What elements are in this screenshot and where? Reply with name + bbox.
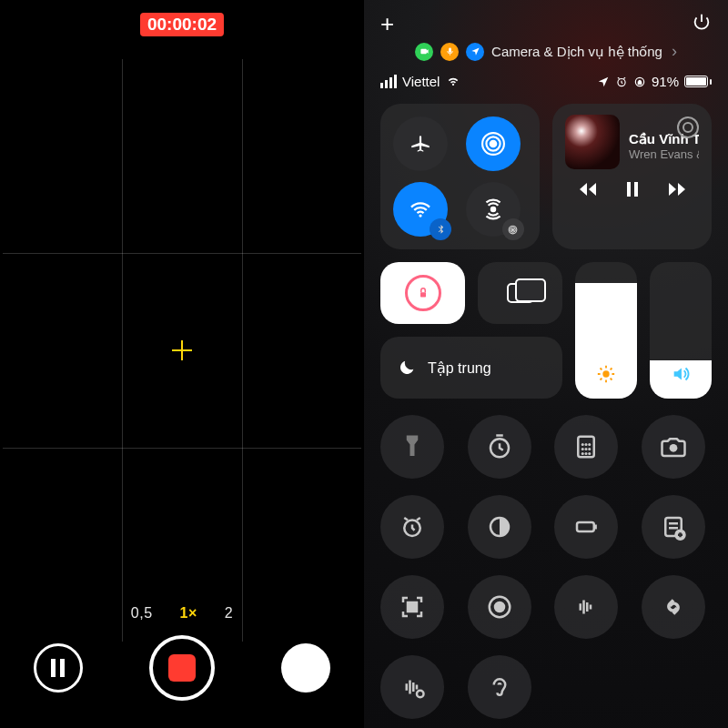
next-track-button[interactable] (666, 178, 688, 204)
sound-recognition-button[interactable] (554, 575, 618, 639)
grid-line (242, 59, 243, 642)
dark-mode-button[interactable] (468, 495, 531, 559)
orientation-lock-status-icon (633, 76, 646, 88)
svg-point-17 (585, 443, 588, 446)
media-panel[interactable]: Cầu Vĩnh Tuy Wren Evans & its (552, 104, 712, 249)
cellular-data-toggle[interactable] (466, 182, 521, 237)
recording-time-badge: 00:00:02 (140, 13, 224, 36)
svg-point-6 (490, 207, 494, 211)
camera-shortcut-button[interactable] (642, 415, 705, 479)
svg-rect-12 (420, 292, 426, 297)
stop-icon (168, 654, 196, 682)
screen-mirroring-button[interactable] (478, 262, 562, 324)
brightness-slider[interactable] (575, 262, 637, 399)
chevron-right-icon: › (672, 42, 677, 61)
camera-indicator-icon (415, 43, 433, 61)
privacy-label: Camera & Dịch vụ hệ thống (491, 44, 662, 60)
shortcut-grid (380, 411, 712, 719)
cellular-signal-icon (380, 75, 397, 88)
pause-button[interactable] (34, 643, 83, 693)
flip-camera-button[interactable] (281, 643, 330, 693)
connectivity-panel[interactable] (380, 104, 540, 249)
svg-rect-28 (577, 522, 594, 531)
wifi-icon (445, 72, 461, 91)
battery-percent: 91% (652, 74, 679, 89)
svg-point-16 (581, 443, 584, 446)
qr-scan-button[interactable] (380, 575, 444, 639)
svg-rect-10 (627, 182, 631, 197)
airplay-output-button[interactable] (677, 116, 699, 138)
power-button[interactable] (692, 12, 712, 35)
alarm-button[interactable] (380, 495, 444, 559)
moon-icon (397, 358, 417, 378)
hearing-button[interactable] (468, 655, 531, 719)
svg-rect-33 (408, 608, 411, 612)
screen-mirroring-icon (507, 283, 534, 303)
volume-icon (671, 364, 691, 388)
album-art (565, 115, 620, 169)
orientation-lock-toggle[interactable] (380, 262, 465, 324)
wifi-toggle[interactable] (393, 182, 448, 237)
flashlight-button[interactable] (380, 415, 444, 479)
pause-icon (51, 659, 65, 677)
volume-slider[interactable] (650, 262, 712, 399)
mic-indicator-icon (440, 43, 459, 61)
svg-point-24 (588, 452, 591, 455)
zoom-option[interactable]: 2 (225, 605, 233, 622)
svg-point-19 (581, 448, 584, 450)
timer-button[interactable] (468, 415, 531, 479)
status-bar: Viettel 91% (380, 72, 712, 91)
play-pause-button[interactable] (622, 178, 643, 204)
svg-rect-32 (413, 602, 417, 606)
grid-line (3, 253, 361, 254)
svg-rect-31 (408, 602, 411, 606)
bluetooth-mini-toggle[interactable] (430, 218, 451, 240)
svg-point-13 (602, 370, 609, 377)
svg-point-3 (490, 141, 496, 147)
notes-button[interactable] (642, 495, 705, 559)
camera-app: 00:00:02 0,5 1× 2 (0, 0, 364, 728)
location-indicator-icon (466, 43, 484, 61)
battery-icon (684, 76, 712, 87)
svg-point-25 (669, 444, 677, 452)
screen-record-button[interactable] (468, 575, 531, 639)
svg-point-7 (511, 228, 513, 230)
zoom-option[interactable]: 0,5 (131, 605, 153, 622)
camera-controls (0, 635, 364, 701)
location-status-icon (597, 76, 610, 88)
svg-point-36 (495, 602, 504, 612)
privacy-indicator-row[interactable]: Camera & Dịch vụ hệ thống › (380, 42, 712, 61)
shazam-button[interactable] (642, 575, 705, 639)
shutter-button[interactable] (149, 635, 215, 701)
svg-point-21 (588, 448, 591, 450)
svg-rect-34 (413, 608, 417, 612)
prev-track-button[interactable] (577, 178, 599, 204)
calculator-button[interactable] (554, 415, 618, 479)
zoom-selector[interactable]: 0,5 1× 2 (0, 605, 364, 622)
svg-point-22 (581, 452, 584, 455)
airplane-mode-toggle[interactable] (393, 116, 448, 171)
brightness-icon (596, 364, 616, 388)
add-control-button[interactable]: + (380, 10, 394, 38)
grid-line (3, 448, 361, 449)
airdrop-toggle[interactable] (466, 116, 521, 171)
svg-point-20 (585, 448, 588, 450)
control-center: + Camera & Dịch vụ hệ thống › Viettel 91… (364, 0, 728, 728)
carrier-label: Viettel (402, 74, 440, 89)
focus-mode-button[interactable]: Tập trung (380, 337, 562, 399)
svg-rect-0 (449, 47, 451, 53)
orientation-lock-icon (405, 275, 441, 311)
svg-rect-11 (634, 182, 638, 197)
hotspot-mini-toggle[interactable] (502, 218, 524, 240)
svg-point-23 (585, 452, 588, 455)
svg-point-37 (662, 596, 684, 619)
svg-point-18 (588, 443, 591, 446)
camera-viewfinder[interactable] (3, 59, 361, 642)
music-haptics-button[interactable] (380, 655, 444, 719)
zoom-option-active[interactable]: 1× (180, 605, 197, 622)
grid-line (122, 59, 123, 642)
focus-crosshair-icon (172, 340, 192, 360)
svg-point-38 (417, 691, 424, 698)
alarm-status-icon (615, 76, 628, 88)
low-power-button[interactable] (554, 495, 618, 559)
